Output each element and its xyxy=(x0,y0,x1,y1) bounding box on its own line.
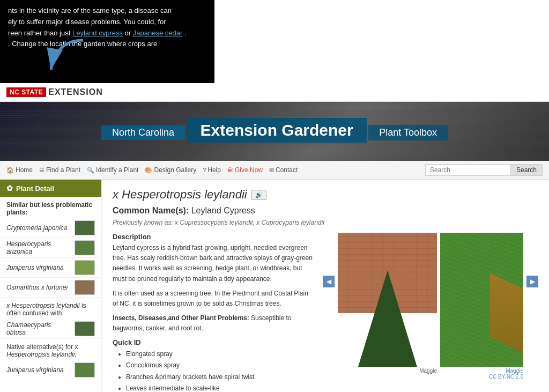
content-text: Description Leyland cypress is a hybrid … xyxy=(113,233,315,392)
quick-id-header: Quick ID xyxy=(113,338,315,346)
list-item: Leaves intermediate to scale-like xyxy=(126,383,315,392)
extension-label: EXTENSION xyxy=(48,87,102,97)
leyland-cypress-link[interactable]: Leyland cypress xyxy=(72,29,123,37)
search-button[interactable]: Search xyxy=(511,164,543,176)
plant-title-row: x Hesperotropsis leylandii 🔊 xyxy=(113,188,538,202)
insects-text: Insects, Diseases,and Other Plant Proble… xyxy=(113,313,315,334)
content-area: x Hesperotropsis leylandii 🔊 Common Name… xyxy=(102,180,549,392)
description-p2: It is often used as a screening tree. In… xyxy=(113,289,315,309)
list-item: Concolorous spray xyxy=(126,360,315,372)
nav-links: 🏠 Home ☰ Find a Plant 🔍 Identify a Plant… xyxy=(6,166,298,174)
list-item: Branches &primary brackets have spiral t… xyxy=(126,372,315,383)
plant-name: Hesperocyparis arizonica xyxy=(6,240,70,255)
main-layout: ✿ Plant Detail Similar but less problema… xyxy=(0,180,549,392)
image-prev-button[interactable]: ◀ xyxy=(323,276,335,287)
sidebar: ✿ Plant Detail Similar but less problema… xyxy=(0,180,102,392)
nav-bar: 🏠 Home ☰ Find a Plant 🔍 Identify a Plant… xyxy=(0,161,549,180)
list-item: Chamaecyparis obtusa xyxy=(0,319,101,339)
leaf-icon: ✿ xyxy=(6,184,13,193)
site-banner: North Carolina Extension Gardener Plant … xyxy=(0,102,549,161)
nav-find-plant[interactable]: ☰ Find a Plant xyxy=(39,166,80,174)
plant-image-bg xyxy=(338,273,437,367)
description-header: Description xyxy=(113,233,315,241)
plant-name: Osmanthus x fortunei xyxy=(6,284,70,291)
plant-name: Chamaecyparis obtusa xyxy=(6,321,70,336)
description-p1: Leyland cypress is a hybrid fast-growing… xyxy=(113,243,315,284)
gallery-icon: 🎨 xyxy=(145,167,152,174)
banner-sub-title: Plant Toolbox xyxy=(368,125,448,140)
insects-header: Insects, Diseases,and Other Plant Proble… xyxy=(113,314,249,322)
main-plant-image xyxy=(338,233,437,367)
previously-label: Previously known as: xyxy=(113,219,173,226)
audio-button[interactable]: 🔊 xyxy=(251,190,266,200)
header-bar: NC STATE EXTENSION xyxy=(0,83,549,102)
question-icon: ? xyxy=(203,167,206,173)
nav-give-now[interactable]: 🏛 Give Now xyxy=(227,166,263,174)
tooltip-line2: ely to suffer major disease problems. Yo… xyxy=(8,17,206,28)
nav-home[interactable]: 🏠 Home xyxy=(6,166,33,174)
home-icon: 🏠 xyxy=(6,167,14,174)
native-plant-title: Hesperotropsis leylandii: xyxy=(6,351,77,358)
nav-design-gallery[interactable]: 🎨 Design Gallery xyxy=(145,166,196,174)
nav-help[interactable]: ? Help xyxy=(203,166,221,174)
confused-plant-title: x Hesperotropsis leylandii xyxy=(6,302,80,309)
ncstate-badge: NC STATE xyxy=(6,87,46,97)
plant-thumbnail xyxy=(75,363,95,378)
image-credit-1: Maggie xyxy=(338,368,437,374)
give-icon: 🏛 xyxy=(227,167,233,173)
plant-name: Cryptomeria japonica xyxy=(6,224,70,232)
plant-thumbnail xyxy=(75,260,95,275)
image-next-button[interactable]: ▶ xyxy=(526,276,538,287)
plant-thumbnail xyxy=(75,240,95,255)
list-icon: ☰ xyxy=(39,167,44,174)
similar-plants-title: Similar but less problematic plants: xyxy=(0,197,101,218)
list-item: Cryptomeria japonica xyxy=(0,218,101,238)
quick-id-list: Elongated spray Concolorous spray Branch… xyxy=(113,349,315,393)
common-name-row: Common Name(s): Leyland Cypress xyxy=(113,206,538,216)
japanese-cedar-link[interactable]: Japanese cedar xyxy=(133,29,183,37)
list-item: Elongated spray xyxy=(126,349,315,360)
plant-thumbnail xyxy=(75,321,95,336)
sidebar-title: ✿ Plant Detail xyxy=(0,180,101,197)
secondary-plant-image xyxy=(440,233,523,367)
list-item: Juniperus virginiana xyxy=(0,360,101,380)
speaker-icon: 🔊 xyxy=(255,191,263,198)
contact-icon: ✉ xyxy=(269,167,274,174)
plant-name: Juniperus virginiana xyxy=(6,366,70,374)
search-input[interactable] xyxy=(425,164,511,176)
id-icon: 🔍 xyxy=(87,167,94,174)
common-name-label: Common Name(s): xyxy=(113,206,189,215)
previously-known-row: Previously known as: x Cupressocyparis l… xyxy=(113,219,538,226)
tooltip-line4: . Change the locatin the garden where cr… xyxy=(8,39,206,50)
plant-thumbnail xyxy=(75,280,95,295)
list-item: Osmanthus x fortunei xyxy=(0,278,101,298)
confused-section: x Hesperotropsis leylandii is often conf… xyxy=(0,298,101,319)
tooltip-line1: nts in the vicinity are of the same type… xyxy=(8,5,206,17)
native-section: Native alternative(s) for x Hesperotrops… xyxy=(0,339,101,360)
search-area: Search xyxy=(425,164,543,176)
plant-name: Juniperus virginiana xyxy=(6,264,70,271)
previously-value: x Cupressocyparis leylandii; x Cuprocypa… xyxy=(175,219,324,226)
plant-scientific-name: x Hesperotropsis leylandii xyxy=(113,188,247,202)
image-credit-2: Maggie CC BY-NC 2.0 xyxy=(440,368,523,380)
tooltip-overlay: nts in the vicinity are of the same type… xyxy=(0,0,214,83)
quick-id-section: Quick ID Elongated spray Concolorous spr… xyxy=(113,338,315,393)
plant-thumbnail xyxy=(75,220,95,235)
tooltip-line3: reen rather than just Leyland cypress or… xyxy=(8,28,206,39)
arrow-graphic xyxy=(46,38,88,75)
tree-shape xyxy=(358,270,417,367)
nav-identify-plant[interactable]: 🔍 Identify a Plant xyxy=(87,166,138,174)
common-name-text: Leyland Cypress xyxy=(191,206,255,215)
content-top: Description Leyland cypress is a hybrid … xyxy=(113,233,538,392)
banner-titles: North Carolina Extension Gardener Plant … xyxy=(101,118,448,145)
list-item: Hesperocyparis arizonica xyxy=(0,238,101,258)
list-item: Juniperus virginiana xyxy=(0,258,101,278)
nav-contact[interactable]: ✉ Contact xyxy=(269,166,298,174)
banner-nc-label: North Carolina xyxy=(101,125,185,140)
banner-main-title: Extension Gardener xyxy=(187,118,367,143)
